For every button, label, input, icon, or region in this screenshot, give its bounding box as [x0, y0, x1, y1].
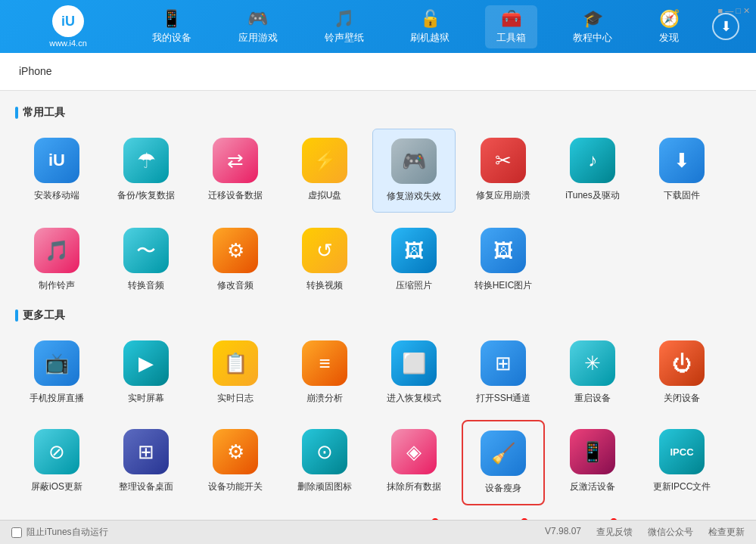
nav-apps-label: 应用游戏 — [238, 31, 278, 45]
nav-my-device[interactable]: 📱 我的设备 — [141, 5, 203, 48]
itunes-label: 阻止iTunes自动运行 — [26, 526, 108, 539]
tool-reboot[interactable]: ✳ 重启设备 — [551, 331, 634, 414]
nav-tutorial-label: 教程中心 — [573, 31, 612, 45]
feedback-link[interactable]: 查见反馈 — [596, 526, 633, 539]
tool-emoji[interactable]: 😊 表情制作 — [462, 511, 545, 520]
nav-device-label: 我的设备 — [152, 31, 191, 45]
tool-block-update-label: 屏蔽iOS更新 — [31, 480, 82, 493]
tool-wipe-data[interactable]: ◈ 抹除所有数据 — [372, 420, 456, 505]
photo-reset-badge — [610, 518, 618, 520]
tool-device-toggle-icon: ⚙ — [213, 429, 258, 474]
tool-ipcc[interactable]: IPCC 更新IPCC文件 — [640, 420, 723, 505]
device-tab-iphone[interactable]: iPhone — [11, 61, 60, 82]
wechat-link[interactable]: 微信公众号 — [648, 526, 693, 539]
tool-ringtone[interactable]: 🎵 制作铃声 — [15, 219, 98, 301]
logo-icon: iU — [52, 5, 84, 37]
tool-convert-heic-label: 转换HEIC图片 — [474, 279, 533, 292]
more-tools-title: 更多工具 — [15, 309, 741, 322]
tool-break-time[interactable]: ⏳ 破解时间限额 — [104, 511, 188, 520]
nav-jailbreak-icon: 🔓 — [420, 9, 440, 29]
tool-convert-audio[interactable]: 〜 转换音频 — [104, 219, 188, 301]
tool-fake-location[interactable]: 📍 虚拟定位 — [15, 511, 98, 520]
tool-organize-label: 整理设备桌面 — [119, 480, 173, 493]
tool-deactivate[interactable]: 📱 反激活设备 — [551, 420, 634, 505]
tool-device-toggle[interactable]: ⚙ 设备功能开关 — [194, 420, 277, 505]
tool-download-fw[interactable]: ⬇ 下载固件 — [640, 129, 723, 213]
tool-backup-guide[interactable]: 💾 备份引导区数据 — [283, 511, 366, 520]
nav-toolbox-label: 工具箱 — [496, 31, 526, 45]
more-tools-grid: 📺 手机投屏直播 ▶ 实时屏幕 📋 实时日志 ≡ 崩溃分 — [15, 331, 741, 520]
tool-device-slim[interactable]: 🧹 设备瘦身 — [462, 420, 545, 505]
tool-convert-heic[interactable]: 🖼 转换HEIC图片 — [462, 219, 545, 301]
tool-photo-reset[interactable]: 🖼 图片去重 — [551, 511, 634, 520]
tool-ringtone-label: 制作铃声 — [39, 279, 75, 292]
tool-itunes-label: iTunes及驱动 — [565, 189, 620, 202]
tool-fix-game[interactable]: 🎮 修复游戏失效 — [372, 129, 456, 213]
nav-jailbreak-label: 刷机越狱 — [410, 31, 450, 45]
tool-block-update[interactable]: ⊘ 屏蔽iOS更新 — [15, 420, 98, 505]
tool-mirror[interactable]: 📺 手机投屏直播 — [15, 331, 98, 414]
tool-edit-audio[interactable]: ⚙ 修改音频 — [194, 219, 277, 301]
nav-apps-icon: 🎮 — [247, 9, 268, 29]
nav-device-icon: 📱 — [161, 9, 182, 29]
tool-fix-crash[interactable]: ✂ 修复应用崩溃 — [462, 129, 545, 213]
tool-convert-heic-icon: 🖼 — [481, 228, 526, 273]
tool-backup-label: 备份/恢复数据 — [117, 189, 174, 202]
nav-ringtone[interactable]: 🎵 铃声壁纸 — [313, 5, 375, 48]
footer-right: V7.98.07 查见反馈 微信公众号 检查更新 — [545, 526, 745, 539]
tool-virtual-u-label: 虚拟U盘 — [308, 189, 342, 202]
tool-shutdown-icon: ⏻ — [659, 340, 705, 386]
download-button[interactable]: ⬇ — [712, 13, 739, 40]
tool-backup[interactable]: ☂ 备份/恢复数据 — [104, 129, 188, 213]
tool-compress-photo[interactable]: 🖼 压缩照片 — [372, 219, 456, 301]
update-link[interactable]: 检查更新 — [708, 526, 745, 539]
tool-download-fw-label: 下载固件 — [664, 189, 700, 202]
nav-apps[interactable]: 🎮 应用游戏 — [227, 5, 289, 48]
tool-delete-icon-icon: ⊙ — [302, 429, 347, 474]
tool-migrate[interactable]: ⇄ 迁移设备数据 — [194, 129, 277, 213]
tool-screen-record[interactable]: ▶ 实时屏幕 — [104, 331, 188, 414]
main-content: 常用工具 iU 安装移动端 ☂ 备份/恢复数据 ⇄ 迁移设备数据 — [0, 91, 756, 520]
tool-shutdown[interactable]: ⏻ 关闭设备 — [640, 331, 723, 414]
tool-settings-guide[interactable]: 📐 跳过设置向导 — [194, 511, 277, 520]
tool-download-fw-icon: ⬇ — [659, 138, 705, 183]
tool-itunes[interactable]: ♪ iTunes及驱动 — [551, 129, 634, 213]
tool-deactivate-label: 反激活设备 — [570, 480, 615, 493]
tool-compress-photo-icon: 🖼 — [391, 228, 437, 273]
tool-ssh[interactable]: ⊞ 打开SSH通道 — [462, 331, 545, 414]
tool-install-app[interactable]: iU 安装移动端 — [15, 129, 98, 213]
tool-deactivate-icon: 📱 — [570, 429, 615, 474]
footer-left: 阻止iTunes自动运行 — [11, 526, 108, 539]
version-label: V7.98.07 — [545, 526, 581, 539]
nav-discover-icon: 🧭 — [659, 9, 680, 29]
tool-fix-game-icon: 🎮 — [391, 138, 437, 184]
tool-convert-video[interactable]: ↺ 转换视频 — [283, 219, 366, 301]
tool-ssh-icon: ⊞ — [481, 340, 526, 386]
tool-recovery[interactable]: ⬜ 进入恢复模式 — [372, 331, 456, 414]
itunes-checkbox[interactable] — [11, 527, 22, 538]
tool-device-slim-icon: 🧹 — [481, 431, 526, 476]
tool-compress-photo-label: 压缩照片 — [396, 279, 432, 292]
tool-shutdown-label: 关闭设备 — [664, 392, 700, 405]
tool-crash-analysis[interactable]: ≡ 崩溃分析 — [283, 331, 366, 414]
nav-discover[interactable]: 🧭 发现 — [648, 5, 691, 48]
tool-mirror-icon: 📺 — [34, 340, 79, 386]
footer: 阻止iTunes自动运行 V7.98.07 查见反馈 微信公众号 检查更新 — [0, 520, 756, 544]
nav-jailbreak[interactable]: 🔓 刷机越狱 — [399, 5, 461, 48]
tool-edit[interactable]: + 编辑 — [640, 511, 723, 520]
tool-mirror-label: 手机投屏直播 — [30, 392, 84, 405]
tool-player[interactable]: ▶ 爱思播放器 — [372, 511, 456, 520]
tool-organize[interactable]: ⊞ 整理设备桌面 — [104, 420, 188, 505]
nav-tutorial-icon: 🎓 — [583, 9, 603, 29]
nav-tutorial[interactable]: 🎓 教程中心 — [562, 5, 624, 48]
tool-convert-audio-icon: 〜 — [123, 228, 169, 273]
tool-ipcc-label: 更新IPCC文件 — [653, 480, 711, 493]
tool-virtual-u[interactable]: ⚡ 虚拟U盘 — [283, 129, 366, 213]
tool-log[interactable]: 📋 实时日志 — [194, 331, 277, 414]
tool-reboot-icon: ✳ — [570, 340, 615, 386]
tool-delete-icon[interactable]: ⊙ 删除顽固图标 — [283, 420, 366, 505]
nav-toolbox[interactable]: 🧰 工具箱 — [485, 5, 537, 48]
tool-install-app-icon: iU — [34, 138, 79, 183]
tool-screen-record-icon: ▶ — [123, 340, 169, 386]
nav-ringtone-label: 铃声壁纸 — [325, 31, 364, 45]
